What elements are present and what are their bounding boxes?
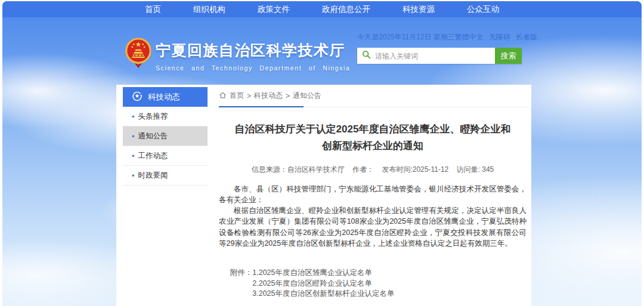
- article-paragraph: 各市、县（区）科技管理部门，宁东能源化工基地管委会，银川经济技术开发区管委会，各…: [219, 184, 527, 205]
- article-meta: 信息来源：自治区科学技术厅 作者： 发布时间:2025-11-12 访问量: 3…: [219, 165, 527, 175]
- attachment-link-3[interactable]: 3.2025年度自治区创新型标杆企业认定名单: [252, 289, 394, 299]
- article-body: 各市、县（区）科技管理部门，宁东能源化工基地管委会，银川经济技术开发区管委会，各…: [219, 184, 527, 249]
- search-input[interactable]: [375, 52, 490, 60]
- nav-item-home[interactable]: 首页: [145, 4, 161, 15]
- bullet-icon: •: [132, 172, 135, 180]
- nav-item-public-interaction[interactable]: 公众互动: [467, 4, 499, 15]
- article-panel: 首页 > 科技动态 > 通知公告 自治区科技厅关于认定2025年度自治区雏鹰企业…: [219, 91, 527, 299]
- attachments: 附件： 1.2025年度自治区雏鹰企业认定名单 2.2025年度自治区瞪羚企业认…: [230, 268, 527, 299]
- sidebar-header: 科技动态: [123, 87, 208, 107]
- bullet-icon: •: [132, 113, 135, 120]
- sidebar-item-label: 通知公告: [138, 131, 168, 141]
- breadcrumb-divider: [219, 106, 527, 107]
- bullet-icon: •: [132, 152, 135, 160]
- star-cycle-icon: [132, 91, 143, 103]
- header-links: 繁體中文 无障碍 长者版: [455, 32, 537, 42]
- link-elderly-version[interactable]: 长者版: [516, 32, 537, 42]
- sidebar: 科技动态 • 头条推荐 • 通知公告 • 工作动态 • 时政要闻: [123, 87, 208, 186]
- home-icon: [219, 91, 227, 101]
- breadcrumb-sci-news[interactable]: 科技动态: [254, 91, 283, 101]
- attachment-link-2[interactable]: 2.2025年度自治区瞪羚企业认定名单: [252, 279, 394, 289]
- nav-item-sci-resources[interactable]: 科技资源: [402, 4, 435, 15]
- sidebar-item-political-news[interactable]: • 时政要闻: [123, 166, 208, 186]
- magnifier-icon: [362, 50, 371, 61]
- bullet-icon: •: [132, 132, 135, 140]
- meta-date-label: 发布时间:: [382, 165, 412, 174]
- top-nav: 首页 组织机构 政策文件 政府信息公开 科技资源 公众互动: [2, 1, 642, 17]
- link-traditional-chinese[interactable]: 繁體中文: [455, 32, 484, 42]
- nav-item-organization[interactable]: 组织机构: [193, 4, 225, 15]
- site-identity: 宁夏回族自治区科学技术厅 Science and Technology Depa…: [156, 41, 330, 72]
- site-title: 宁夏回族自治区科学技术厅: [156, 41, 330, 60]
- meta-views-value: 345: [482, 165, 494, 174]
- search-button[interactable]: 搜索: [495, 48, 522, 64]
- sidebar-item-notices[interactable]: • 通知公告: [123, 126, 208, 146]
- meta-date-value: 2025-11-12: [413, 165, 449, 174]
- breadcrumb-separator: >: [247, 92, 251, 100]
- breadcrumb: 首页 > 科技动态 > 通知公告: [219, 91, 527, 101]
- breadcrumb-notices[interactable]: 通知公告: [293, 91, 321, 101]
- search-bar: 搜索: [357, 48, 522, 64]
- attachments-label: 附件：: [230, 268, 253, 299]
- sidebar-item-label: 工作动态: [138, 151, 168, 161]
- header-utilities: 今天是2025年11月12日 星期三 繁體中文 无障碍 长者版 搜索: [357, 32, 522, 64]
- page-background: 首页 组织机构 政策文件 政府信息公开 科技资源 公众互动 宁夏回族自治区科学技…: [2, 1, 642, 306]
- sidebar-item-headlines[interactable]: • 头条推荐: [123, 107, 208, 126]
- today-date: 今天是2025年11月12日 星期三: [357, 32, 455, 42]
- link-accessibility[interactable]: 无障碍: [489, 32, 510, 42]
- breadcrumb-separator: >: [286, 92, 290, 100]
- nav-item-policy[interactable]: 政策文件: [258, 4, 290, 15]
- nav-item-gov-info[interactable]: 政府信息公开: [322, 4, 370, 15]
- sidebar-item-label: 头条推荐: [138, 112, 168, 122]
- sidebar-item-work-news[interactable]: • 工作动态: [123, 146, 208, 166]
- search-input-wrap: [357, 48, 495, 64]
- site-subtitle: Science and Technology Department of Nin…: [156, 64, 330, 72]
- national-emblem-icon: [125, 37, 152, 69]
- attachment-link-1[interactable]: 1.2025年度自治区雏鹰企业认定名单: [252, 268, 394, 279]
- sidebar-item-label: 时政要闻: [138, 171, 168, 181]
- meta-author-label: 作者：: [352, 165, 374, 174]
- sidebar-title: 科技动态: [148, 92, 180, 103]
- article-title: 自治区科技厅关于认定2025年度自治区雏鹰企业、瞪羚企业和创新型标杆企业的通知: [219, 121, 527, 154]
- content-panel: 科技动态 • 头条推荐 • 通知公告 • 工作动态 • 时政要闻: [116, 85, 531, 306]
- meta-views-label: 访问量:: [457, 165, 480, 174]
- article-paragraph: 根据自治区雏鹰企业、瞪羚企业和创新型标杆企业认定管理有关规定，决定认定半亩良人农…: [219, 205, 527, 249]
- meta-source-label: 信息来源：: [252, 165, 287, 174]
- meta-source-value: 自治区科学技术厅: [287, 165, 345, 174]
- breadcrumb-home[interactable]: 首页: [230, 91, 244, 101]
